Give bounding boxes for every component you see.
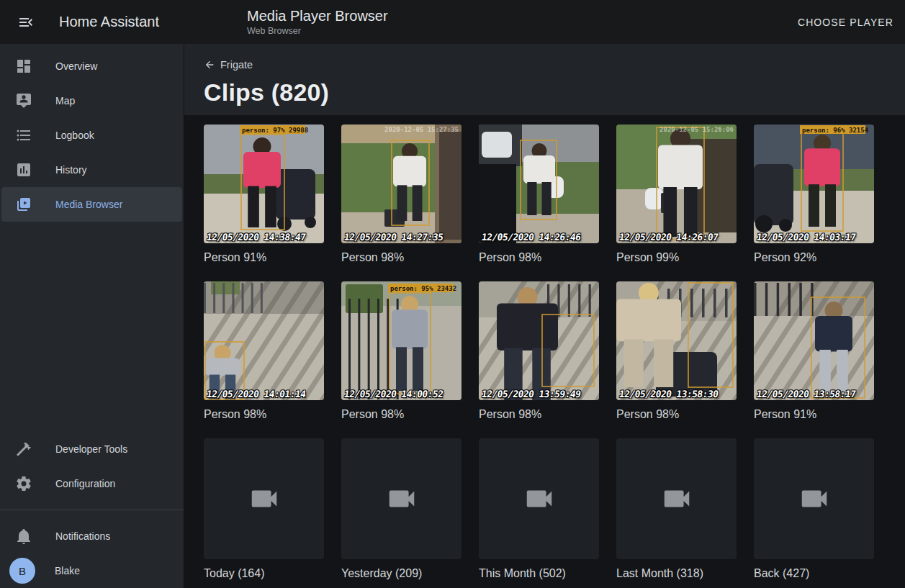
notifications-label: Notifications bbox=[55, 530, 110, 542]
clip-card[interactable]: person: 96% 3215412/05/2020 14:03:17Pers… bbox=[754, 125, 874, 264]
sidebar-spacer bbox=[0, 222, 184, 432]
clip-card[interactable]: 12/05/2020 13:58:17Person 91% bbox=[754, 281, 874, 421]
sidebar-item-configuration[interactable]: Configuration bbox=[1, 466, 182, 501]
folder-label: Yesterday (209) bbox=[341, 566, 461, 580]
user-menu[interactable]: B Blake bbox=[0, 553, 184, 588]
folder-label: Last Month (318) bbox=[616, 566, 737, 580]
clip-timestamp-overlay: 12/05/2020 14:00:52 bbox=[343, 389, 444, 399]
folder-card-today[interactable]: Today (164) bbox=[204, 438, 324, 580]
detection-box-label: person: 95% 23432 bbox=[388, 284, 456, 292]
camera-osd-timestamp: 2020-12-05 15:27:35 bbox=[384, 126, 459, 133]
sidebar-nav-list: OverviewMapLogbookHistoryMedia Browser bbox=[0, 44, 184, 222]
clip-label: Person 98% bbox=[479, 250, 599, 264]
folder-card-last-month[interactable]: Last Month (318) bbox=[616, 438, 737, 580]
sidebar-item-notifications[interactable]: Notifications bbox=[1, 519, 182, 553]
clip-label: Person 98% bbox=[479, 407, 599, 421]
sidebar-item-label: Map bbox=[55, 95, 75, 107]
clip-thumbnail: 2020-12-05 15:26:0612/05/2020 14:26:07 bbox=[616, 125, 737, 243]
clip-card[interactable]: 2020-12-05 15:26:0612/05/2020 14:26:07Pe… bbox=[616, 125, 737, 264]
clip-timestamp-overlay: 12/05/2020 13:58:30 bbox=[618, 389, 719, 399]
bell-icon bbox=[15, 528, 32, 545]
app-title: Home Assistant bbox=[59, 14, 159, 30]
sidebar-item-logbook[interactable]: Logbook bbox=[1, 118, 182, 153]
clip-label: Person 91% bbox=[754, 407, 874, 421]
folder-label: This Month (502) bbox=[479, 566, 599, 580]
svg-text:person: 97% 29988: person: 97% 29988 bbox=[242, 127, 308, 134]
sidebar-item-history[interactable]: History bbox=[1, 153, 182, 187]
clip-timestamp-overlay: 12/05/2020 14:26:46 bbox=[481, 232, 581, 243]
clip-card[interactable]: 12/05/2020 13:59:49Person 98% bbox=[479, 281, 599, 421]
folder-thumbnail bbox=[341, 438, 461, 559]
play-box-multiple-icon bbox=[15, 196, 32, 213]
folder-thumbnail bbox=[754, 438, 874, 559]
clip-thumbnail: 2020-12-05 15:27:3512/05/2020 14:27:35 bbox=[341, 125, 461, 243]
clip-thumbnail: 12/05/2020 14:01:14 bbox=[204, 281, 324, 400]
tooltip-account-icon bbox=[15, 92, 32, 109]
media-browser-header: Frigate Clips (820) bbox=[184, 44, 905, 115]
clip-card[interactable]: person: 97% 2998812/05/2020 14:38:47Pers… bbox=[204, 125, 324, 264]
clip-timestamp-overlay: 12/05/2020 14:01:14 bbox=[206, 389, 306, 399]
clip-card[interactable]: 12/05/2020 14:26:46Person 98% bbox=[479, 125, 599, 264]
clip-card[interactable]: person: 95% 2343212/05/2020 14:00:52Pers… bbox=[341, 281, 461, 421]
sidebar-item-label: History bbox=[55, 164, 87, 176]
sidebar-item-label: Configuration bbox=[55, 478, 115, 489]
cog-icon bbox=[15, 475, 32, 492]
sidebar-item-media-browser[interactable]: Media Browser bbox=[1, 187, 182, 222]
menu-open-icon bbox=[17, 14, 35, 31]
avatar: B bbox=[9, 558, 35, 584]
detection-box-label: person: 97% 29988 bbox=[240, 125, 308, 134]
clip-timestamp-overlay: 12/05/2020 14:38:47 bbox=[206, 232, 306, 243]
choose-player-button[interactable]: CHOOSE PLAYER bbox=[789, 9, 902, 35]
format-list-bulleted-icon bbox=[15, 127, 32, 144]
sidebar-item-map[interactable]: Map bbox=[1, 83, 182, 118]
hammer-icon bbox=[15, 440, 32, 458]
clip-timestamp-overlay: 12/05/2020 14:03:17 bbox=[756, 232, 856, 243]
user-name: Blake bbox=[55, 565, 80, 576]
clip-label: Person 98% bbox=[341, 407, 461, 421]
clip-label: Person 92% bbox=[754, 250, 874, 264]
sidebar-divider bbox=[0, 510, 184, 510]
clip-timestamp-overlay: 12/05/2020 13:59:49 bbox=[481, 389, 581, 399]
hammer-icon bbox=[15, 440, 32, 458]
sidebar-item-label: Logbook bbox=[55, 130, 94, 141]
clip-thumbnail: 12/05/2020 14:26:46 bbox=[479, 125, 599, 243]
view-dashboard-icon bbox=[15, 58, 32, 75]
folder-card-back[interactable]: Back (427) bbox=[754, 438, 874, 580]
clip-timestamp-overlay: 12/05/2020 14:27:35 bbox=[343, 232, 444, 243]
clip-thumbnail: 12/05/2020 13:59:49 bbox=[479, 281, 599, 400]
folder-thumbnail bbox=[204, 438, 324, 559]
clip-thumbnail: person: 96% 3215412/05/2020 14:03:17 bbox=[754, 125, 874, 243]
panel-subtitle: Web Browser bbox=[247, 25, 388, 37]
clip-card[interactable]: 2020-12-05 15:27:3512/05/2020 14:27:35Pe… bbox=[341, 125, 461, 264]
clip-label: Person 91% bbox=[204, 250, 324, 264]
arrow-left-icon bbox=[204, 59, 215, 71]
video-icon bbox=[248, 482, 281, 515]
format-list-bulleted-icon bbox=[15, 127, 32, 144]
clip-card[interactable]: 12/05/2020 13:58:30Person 98% bbox=[616, 281, 737, 421]
sidebar-item-label: Overview bbox=[55, 60, 97, 72]
breadcrumb-label: Frigate bbox=[220, 59, 253, 71]
play-box-multiple-icon bbox=[15, 196, 32, 213]
folder-card-this-month[interactable]: This Month (502) bbox=[479, 438, 599, 580]
clip-thumbnail: person: 95% 2343212/05/2020 14:00:52 bbox=[341, 281, 461, 400]
menu-open-button[interactable] bbox=[12, 8, 40, 37]
cog-icon bbox=[15, 475, 32, 492]
clip-card[interactable]: 12/05/2020 14:01:14Person 98% bbox=[204, 281, 324, 421]
sidebar-item-overview[interactable]: Overview bbox=[1, 49, 182, 83]
svg-text:person: 95% 23432: person: 95% 23432 bbox=[390, 285, 456, 292]
app-header: Home Assistant Media Player Browser Web … bbox=[0, 0, 905, 44]
folder-thumbnail bbox=[616, 438, 737, 559]
panel-title: Media Player Browser bbox=[247, 7, 388, 24]
video-icon bbox=[523, 482, 556, 515]
breadcrumb-back[interactable]: Frigate bbox=[204, 59, 253, 71]
page-title: Clips (820) bbox=[204, 78, 905, 107]
media-grid: person: 97% 2998812/05/2020 14:38:47Pers… bbox=[204, 125, 905, 580]
folder-label: Back (427) bbox=[754, 566, 874, 580]
sidebar-item-developer-tools[interactable]: Developer Tools bbox=[1, 432, 182, 466]
view-dashboard-icon bbox=[15, 58, 32, 75]
clip-label: Person 98% bbox=[616, 407, 737, 421]
folder-card-yesterday[interactable]: Yesterday (209) bbox=[341, 438, 461, 580]
video-icon bbox=[660, 482, 693, 515]
clip-thumbnail: 12/05/2020 13:58:30 bbox=[616, 281, 737, 400]
media-browser-content: person: 97% 2998812/05/2020 14:38:47Pers… bbox=[184, 115, 905, 580]
